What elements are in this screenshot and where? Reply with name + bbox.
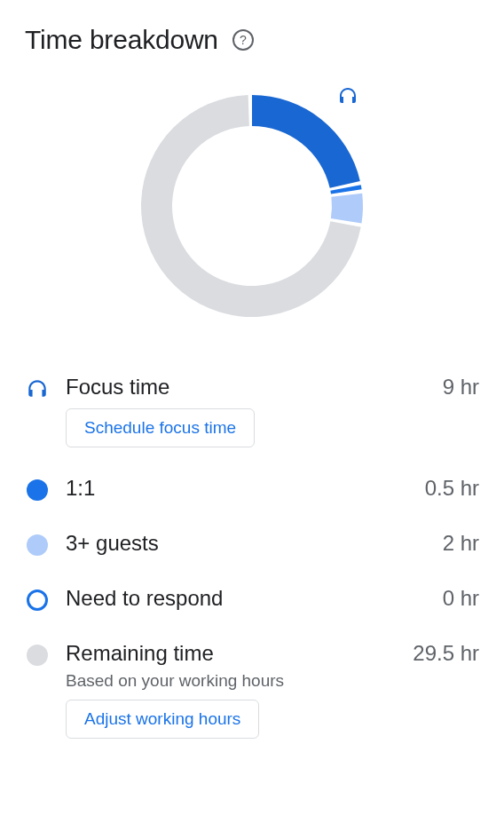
schedule-focus-button[interactable]: Schedule focus time (66, 408, 255, 447)
legend-item-guests: 3+ guests 2 hr (25, 531, 479, 558)
outline-dot (27, 589, 48, 611)
donut-segment (331, 194, 363, 224)
help-icon[interactable]: ? (232, 29, 254, 51)
legend-row: Need to respond 0 hr (66, 586, 479, 611)
circle-outline-icon (25, 588, 50, 613)
legend-value: 0.5 hr (425, 476, 479, 501)
legend-label: Remaining time (66, 641, 214, 666)
legend-value: 9 hr (443, 375, 479, 400)
page-title: Time breakdown (25, 25, 218, 55)
legend-value: 2 hr (443, 531, 479, 556)
legend-label: 3+ guests (66, 531, 159, 556)
legend-label: 1:1 (66, 476, 95, 501)
color-dot (27, 479, 48, 501)
legend-row: Remaining time 29.5 hr (66, 641, 479, 666)
adjust-hours-button[interactable]: Adjust working hours (66, 700, 259, 739)
donut-chart-container (25, 91, 479, 321)
legend-content: 1:1 0.5 hr (66, 476, 479, 501)
legend-value: 0 hr (443, 586, 479, 611)
legend-content: 3+ guests 2 hr (66, 531, 479, 556)
legend-label: Focus time (66, 375, 169, 400)
dot-icon (25, 478, 50, 502)
legend-row: 1:1 0.5 hr (66, 476, 479, 501)
legend-item-remaining: Remaining time 29.5 hr Based on your wor… (25, 641, 479, 739)
dot-icon (25, 643, 50, 668)
legend-item-focus: Focus time 9 hr Schedule focus time (25, 375, 479, 447)
headphones-icon (25, 376, 50, 401)
legend-content: Need to respond 0 hr (66, 586, 479, 611)
legend-label: Need to respond (66, 586, 223, 611)
legend-value: 29.5 hr (413, 641, 479, 666)
legend-sublabel: Based on your working hours (66, 671, 479, 691)
headphones-icon (337, 85, 358, 110)
legend-row: 3+ guests 2 hr (66, 531, 479, 556)
color-dot (27, 534, 48, 556)
legend: Focus time 9 hr Schedule focus time 1:1 … (25, 375, 479, 739)
legend-row: Focus time 9 hr (66, 375, 479, 400)
legend-content: Focus time 9 hr Schedule focus time (66, 375, 479, 447)
legend-item-one-on-one: 1:1 0.5 hr (25, 476, 479, 502)
legend-item-respond: Need to respond 0 hr (25, 586, 479, 613)
header: Time breakdown ? (25, 25, 479, 55)
donut-chart (137, 91, 367, 321)
dot-icon (25, 533, 50, 558)
legend-content: Remaining time 29.5 hr Based on your wor… (66, 641, 479, 739)
color-dot (27, 645, 48, 666)
